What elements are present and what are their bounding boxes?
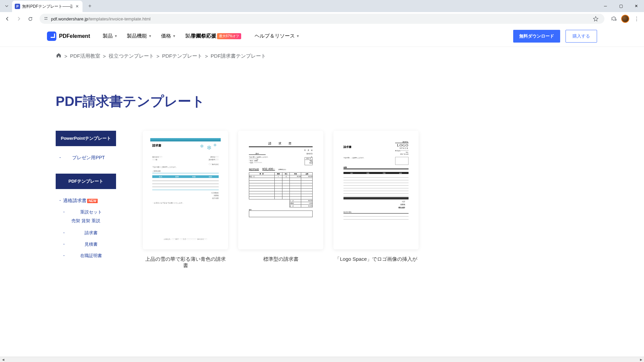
extensions-icon[interactable] [609,14,619,23]
site-settings-icon[interactable] [44,16,48,22]
nav-product[interactable]: 製品▼ [103,33,117,39]
chevron-down-icon: ▼ [172,34,176,38]
sidebar-item-contract-sub: 売契 賃契 重説 [56,218,116,227]
sidebar-item-presentation-ppt[interactable]: プレゼン用PPT [56,152,116,164]
url-text: pdf.wondershare.jp/templates/invoice-tem… [51,16,151,21]
site-logo[interactable]: PDFelement [47,32,90,41]
nav-help[interactable]: ヘルプ＆リソース▼ [255,33,300,39]
template-caption: 「Logo Space」でロゴ画像の挿入が [333,256,419,262]
sidebar-section-pdf[interactable]: PDFテンプレート [56,174,116,189]
address-bar[interactable]: pdf.wondershare.jp/templates/invoice-tem… [40,14,604,24]
template-caption: 標準型の請求書 [238,256,323,262]
minimize-button[interactable]: ─ [598,0,613,12]
sidebar: PowerPointテンプレート プレゼン用PPT PDFテンプレート 適格請求… [56,131,116,272]
svg-point-2 [46,19,47,20]
close-window-button[interactable]: ✕ [629,0,644,12]
buy-button[interactable]: 購入する [566,30,597,43]
svg-point-0 [45,17,46,18]
reload-button[interactable] [25,14,35,23]
favicon-icon: P [15,4,20,9]
sidebar-item-qualified-invoice[interactable]: 適格請求書NEW [56,195,116,206]
maximize-button[interactable]: ▢ [613,0,629,12]
nav-features[interactable]: 製品機能▼ [127,33,152,39]
template-thumbnail[interactable]: 請求書 ❄ ❄ ❄ 株式会社〇〇請求日〇〇 〇〇様請求番号〇〇 〇〇株式会社 下… [143,131,228,249]
new-tab-button[interactable]: + [85,1,95,11]
chevron-down-icon: ▼ [148,34,152,38]
logo-text: PDFelement [59,33,90,39]
browser-toolbar: pdf.wondershare.jp/templates/invoice-tem… [0,12,644,25]
tab-search-dropdown[interactable] [3,2,11,10]
promo-badge: 最大87%オフ [217,33,241,39]
download-button[interactable]: 無料ダウンロード [513,30,560,43]
breadcrumb-link[interactable]: PDFテンプレート [162,53,202,59]
site-header: PDFelement 製品▼ 製品機能▼ 価格▼ 製品ガイド▼ 学園祭応援最大8… [0,25,644,47]
new-badge: NEW [87,199,98,203]
tab-title: 無料PDFテンプレート――請求書テ [22,4,72,9]
tab-bar: P 無料PDFテンプレート――請求書テ ✕ + ─ ▢ ✕ [0,0,644,12]
sidebar-item-invoice[interactable]: 請求書 [56,227,116,239]
breadcrumb: >PDF活用教室 >役立つテンプレート >PDFテンプレート >PDF請求書テン… [0,47,644,65]
svg-rect-3 [45,19,46,19]
forward-button[interactable] [14,14,23,23]
browser-menu-icon[interactable]: ⋮ [632,14,641,23]
breadcrumb-current: PDF請求書テンプレート [211,53,266,59]
sidebar-item-employment-cert[interactable]: 在職証明書 [56,250,116,261]
promo-banner[interactable]: 学園祭応援最大87%オフ [191,33,241,39]
template-card: 請求書 ❄ ❄ ❄ 株式会社〇〇請求日〇〇 〇〇様請求番号〇〇 〇〇株式会社 下… [143,131,228,272]
template-thumbnail[interactable]: 請 求 書 年 月 日 御中(会社名) 下記の通りご請求申し上げます。〒 〇〇〇… [238,131,323,249]
svg-rect-1 [46,17,47,18]
close-tab-icon[interactable]: ✕ [74,4,80,9]
back-button[interactable] [3,14,12,23]
home-icon[interactable] [56,52,62,60]
sidebar-item-contract-set[interactable]: 重説セット [56,206,116,218]
bookmark-icon[interactable] [591,14,600,23]
template-thumbnail[interactable]: 請求No. 請求書 LOGO SPACE 株式会社〇〇〇〇〇〇 TEL: 担当:… [333,131,419,249]
chevron-down-icon: ▼ [114,34,117,38]
browser-tab[interactable]: P 無料PDFテンプレート――請求書テ ✕ [12,1,83,12]
nav-pricing[interactable]: 価格▼ [161,33,176,39]
profile-avatar[interactable] [621,14,630,23]
logo-icon [47,32,56,41]
template-card: 請 求 書 年 月 日 御中(会社名) 下記の通りご請求申し上げます。〒 〇〇〇… [238,131,323,272]
template-grid: 請求書 ❄ ❄ ❄ 株式会社〇〇請求日〇〇 〇〇様請求番号〇〇 〇〇株式会社 下… [143,131,588,272]
template-card: 請求No. 請求書 LOGO SPACE 株式会社〇〇〇〇〇〇 TEL: 担当:… [333,131,419,272]
sidebar-item-estimate[interactable]: 見積書 [56,239,116,250]
chevron-down-icon: ▼ [296,34,300,38]
sidebar-section-ppt[interactable]: PowerPointテンプレート [56,131,116,146]
breadcrumb-link[interactable]: PDF活用教室 [70,53,100,59]
template-caption: 上品の雪の華で彩る薄い青色の請求書 [143,256,228,269]
page-title: PDF請求書テンプレート [56,92,588,111]
breadcrumb-link[interactable]: 役立つテンプレート [109,53,154,59]
